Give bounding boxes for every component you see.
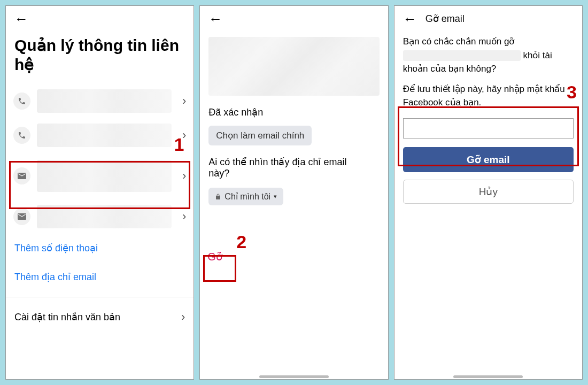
chevron-right-icon: › — [178, 128, 186, 142]
phone-icon — [13, 93, 30, 110]
instruction-text: Để lưu thiết lập này, hãy nhập mật khẩu … — [394, 79, 582, 113]
chevron-right-icon: › — [178, 94, 186, 108]
sms-settings-label: Cài đặt tin nhắn văn bản — [14, 311, 120, 323]
visibility-question: Ai có thể nhìn thấy địa chỉ email này? — [200, 154, 388, 181]
remove-email-button[interactable]: Gỡ email — [403, 147, 574, 172]
remove-email-link[interactable]: Gỡ — [200, 244, 230, 270]
confirmed-label: Đã xác nhận — [200, 104, 388, 120]
home-indicator — [394, 376, 582, 379]
redacted-content — [37, 205, 172, 228]
set-primary-email-button[interactable]: Chọn làm email chính — [208, 126, 312, 145]
password-field-wrapper — [403, 118, 574, 138]
add-phone-link[interactable]: Thêm số điện thoại — [6, 234, 194, 263]
topbar: ← Gỡ email — [394, 6, 582, 32]
screen-remove-email-confirm: ← Gỡ email Bạn có chắc chắn muốn gỡ khỏi… — [394, 5, 583, 380]
add-email-link[interactable]: Thêm địa chỉ email — [6, 263, 194, 291]
phone-icon — [13, 127, 30, 144]
contact-row-phone-1[interactable]: › — [6, 84, 194, 118]
chevron-right-icon: › — [177, 310, 185, 324]
page-title: Quản lý thông tin liên hệ — [6, 32, 194, 84]
lock-icon — [215, 194, 221, 200]
topbar: ← — [200, 6, 388, 32]
redacted-email-block — [208, 37, 379, 96]
redacted-content — [37, 160, 172, 192]
redacted-content — [37, 89, 172, 113]
divider — [6, 297, 194, 297]
contact-row-email-1[interactable]: › — [6, 152, 194, 199]
topbar: ← — [6, 6, 194, 32]
chevron-right-icon: › — [178, 210, 186, 224]
header-title: Gỡ email — [425, 13, 465, 25]
home-indicator — [200, 376, 388, 379]
chevron-right-icon: › — [178, 169, 186, 183]
redacted-content — [37, 124, 172, 147]
email-icon — [13, 167, 30, 184]
back-arrow-icon[interactable]: ← — [205, 10, 226, 28]
screen-contact-settings: ← Quản lý thông tin liên hệ › › › › Thêm… — [5, 5, 194, 380]
back-arrow-icon[interactable]: ← — [11, 10, 32, 28]
chevron-down-icon: ▾ — [274, 193, 277, 200]
contact-row-email-2[interactable]: › — [6, 199, 194, 234]
contact-row-phone-2[interactable]: › — [6, 118, 194, 152]
redacted-email-inline — [403, 50, 521, 61]
privacy-selector[interactable]: Chỉ mình tôi ▾ — [208, 188, 283, 205]
screen-email-detail: ← Đã xác nhận Chọn làm email chính Ai có… — [199, 5, 388, 380]
sms-settings-row[interactable]: Cài đặt tin nhắn văn bản › — [6, 303, 194, 332]
back-arrow-icon[interactable]: ← — [400, 10, 420, 28]
cancel-button[interactable]: Hủy — [403, 180, 574, 204]
email-icon — [13, 208, 30, 225]
password-input[interactable] — [403, 118, 574, 138]
privacy-value: Chỉ mình tôi — [225, 191, 270, 202]
confirm-text: Bạn có chắc chắn muốn gỡ khỏi tài khoản … — [394, 32, 582, 79]
